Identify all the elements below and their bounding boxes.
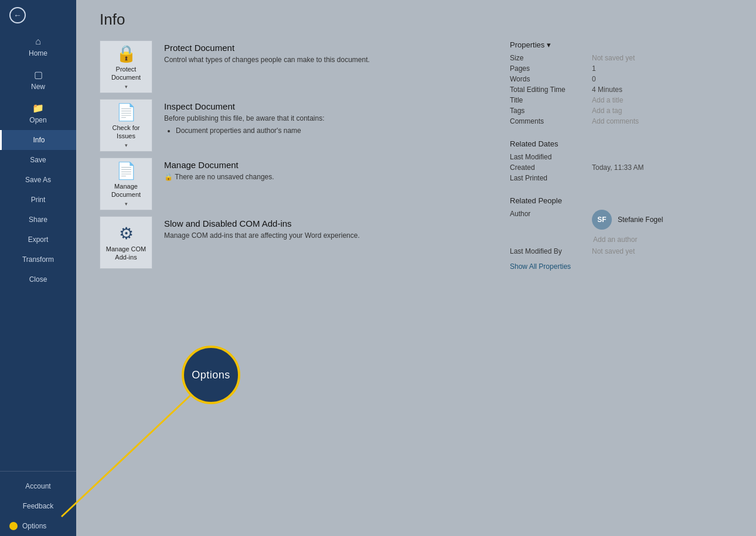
inspect-document-button[interactable]: 📄 Check forIssues ▾ (100, 99, 152, 152)
sidebar-item-label: Home (29, 49, 47, 57)
prop-row-created: Created Today, 11:33 AM (510, 163, 733, 172)
prop-row-last-printed: Last Printed (510, 174, 733, 182)
protect-document-desc: Control what types of changes people can… (164, 55, 486, 65)
properties-chevron-icon: ▾ (547, 40, 551, 49)
sidebar-nav: ⌂ Home ▢ New 📁 Open Info Save Save As Pr… (0, 30, 76, 466)
prop-row-pages: Pages 1 (510, 64, 733, 73)
prop-row-words: Words 0 (510, 75, 733, 83)
author-row: Author SF Stefanie Fogel Add an author (510, 210, 733, 244)
author-detail-row: SF Stefanie Fogel (592, 210, 663, 230)
protect-document-button[interactable]: 🔒 ProtectDocument ▾ (100, 40, 152, 93)
related-people-heading: Related People (510, 196, 733, 205)
sidebar-item-label: Feedback (23, 502, 54, 510)
related-dates-heading: Related Dates (510, 139, 733, 148)
sidebar-item-label: Close (29, 275, 47, 284)
prop-row-title: Title Add a title (510, 96, 733, 104)
sidebar-item-save[interactable]: Save (0, 150, 76, 170)
prop-label-last-printed: Last Printed (510, 174, 592, 182)
avatar-initials: SF (597, 216, 606, 224)
prop-value-words: 0 (592, 75, 596, 83)
sidebar-item-label: Save (30, 156, 46, 164)
inspect-document-text: Inspect Document Before publishing this … (164, 99, 486, 136)
sidebar-item-close[interactable]: Close (0, 269, 76, 289)
inspect-document-desc: Before publishing this file, be aware th… (164, 114, 486, 136)
manage-com-addins-button[interactable]: ⚙ Manage COMAdd-ins (100, 216, 152, 269)
prop-value-size: Not saved yet (592, 54, 635, 62)
prop-value-title[interactable]: Add a title (592, 96, 623, 104)
sidebar-item-new[interactable]: ▢ New (0, 63, 76, 97)
sidebar-item-options[interactable]: Options (0, 516, 76, 536)
com-addins-icon: ⚙ (119, 224, 134, 243)
sidebar-item-info[interactable]: Info (0, 130, 76, 150)
com-addins-card: ⚙ Manage COMAdd-ins Slow and Disabled CO… (100, 216, 486, 269)
properties-header[interactable]: Properties ▾ (510, 40, 733, 49)
inspect-document-card: 📄 Check forIssues ▾ Inspect Document Bef… (100, 99, 486, 152)
manage-document-icon-label: ManageDocument (111, 183, 141, 198)
prop-value-editing-time: 4 Minutes (592, 86, 622, 94)
sidebar-item-save-as[interactable]: Save As (0, 170, 76, 190)
content-area: 🔒 ProtectDocument ▾ Protect Document Con… (76, 35, 756, 536)
page-title-bar: Info (76, 0, 756, 35)
manage-document-card: 📄 ManageDocument ▾ Manage Document 🔒 The… (100, 158, 486, 210)
related-dates-section: Related Dates Last Modified Created Toda… (510, 137, 733, 185)
prop-value-tags[interactable]: Add a tag (592, 107, 622, 115)
home-icon: ⌂ (35, 36, 41, 47)
com-addins-title: Slow and Disabled COM Add-ins (164, 219, 486, 228)
prop-label-editing-time: Total Editing Time (510, 86, 592, 94)
protect-document-title: Protect Document (164, 43, 486, 53)
add-author-link[interactable]: Add an author (593, 235, 663, 244)
prop-label-words: Words (510, 75, 592, 83)
left-column: 🔒 ProtectDocument ▾ Protect Document Con… (100, 40, 486, 524)
prop-row-tags: Tags Add a tag (510, 107, 733, 115)
properties-section: Properties ▾ Size Not saved yet Pages 1 … (510, 40, 733, 128)
com-addins-desc: Manage COM add-ins that are affecting yo… (164, 231, 486, 241)
com-addins-icon-label: Manage COMAdd-ins (106, 245, 146, 261)
prop-label-tags: Tags (510, 107, 592, 115)
manage-document-text: Manage Document 🔒 There are no unsaved c… (164, 158, 486, 182)
sidebar-item-print[interactable]: Print (0, 190, 76, 210)
inspect-document-title: Inspect Document (164, 101, 486, 111)
sidebar-item-label: Share (29, 216, 47, 224)
sidebar-item-label: Account (25, 482, 50, 490)
manage-document-button[interactable]: 📄 ManageDocument ▾ (100, 158, 152, 210)
sidebar-item-account[interactable]: Account (0, 476, 76, 496)
sidebar-item-share[interactable]: Share (0, 210, 76, 230)
sidebar-item-label: Open (29, 116, 46, 124)
sidebar-item-label: Transform (22, 255, 54, 264)
prop-row-last-modified: Last Modified (510, 153, 733, 161)
inspect-dropdown-icon: ▾ (125, 142, 128, 148)
sidebar-item-home[interactable]: ⌂ Home (0, 30, 76, 63)
show-all-properties-link[interactable]: Show All Properties (510, 262, 571, 271)
prop-label-size: Size (510, 54, 592, 62)
options-dot-icon (9, 522, 18, 530)
back-button[interactable]: ← (0, 0, 76, 30)
new-icon: ▢ (34, 69, 43, 80)
back-icon: ← (9, 7, 26, 23)
sidebar-item-label: Options (22, 522, 46, 530)
prop-label-pages: Pages (510, 64, 592, 73)
open-icon: 📁 (32, 103, 44, 114)
manage-doc-icon: 📄 (116, 161, 137, 180)
sidebar-item-export[interactable]: Export (0, 230, 76, 250)
sidebar-item-transform[interactable]: Transform (0, 250, 76, 269)
page-title: Info (100, 11, 733, 29)
protect-document-text: Protect Document Control what types of c… (164, 40, 486, 65)
sidebar-item-label: Save As (25, 176, 51, 184)
inspect-desc-list: Document properties and author's name (176, 126, 486, 136)
prop-row-size: Size Not saved yet (510, 54, 733, 62)
manage-document-title: Manage Document (164, 160, 486, 170)
sidebar-item-feedback[interactable]: Feedback (0, 496, 76, 516)
prop-label-last-modified: Last Modified (510, 153, 592, 161)
prop-value-comments[interactable]: Add comments (592, 117, 639, 125)
related-people-section: Related People Author SF Stefanie Fogel … (510, 194, 733, 271)
sidebar-divider (0, 471, 76, 472)
sidebar-item-open[interactable]: 📁 Open (0, 97, 76, 130)
right-column: Properties ▾ Size Not saved yet Pages 1 … (510, 40, 733, 524)
main-content: Info 🔒 ProtectDocument ▾ Protect Documen… (76, 0, 756, 536)
sidebar-bottom: Account Feedback Options (0, 466, 76, 536)
inspect-document-icon-label: Check forIssues (112, 124, 139, 139)
inspect-desc-intro: Before publishing this file, be aware th… (164, 114, 325, 122)
prop-value-last-modified-by: Not saved yet (592, 247, 635, 255)
prop-label-last-modified-by: Last Modified By (510, 247, 592, 255)
protect-document-card: 🔒 ProtectDocument ▾ Protect Document Con… (100, 40, 486, 93)
